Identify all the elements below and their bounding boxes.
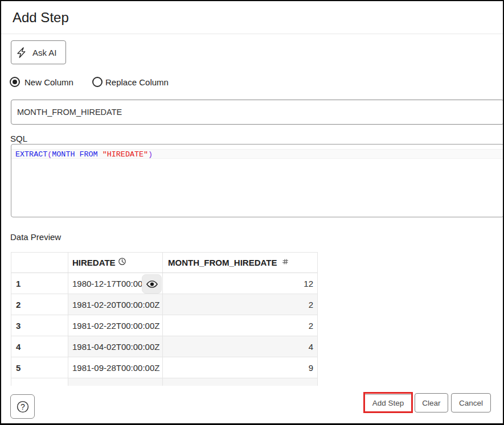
svg-text:?: ? <box>21 402 25 411</box>
